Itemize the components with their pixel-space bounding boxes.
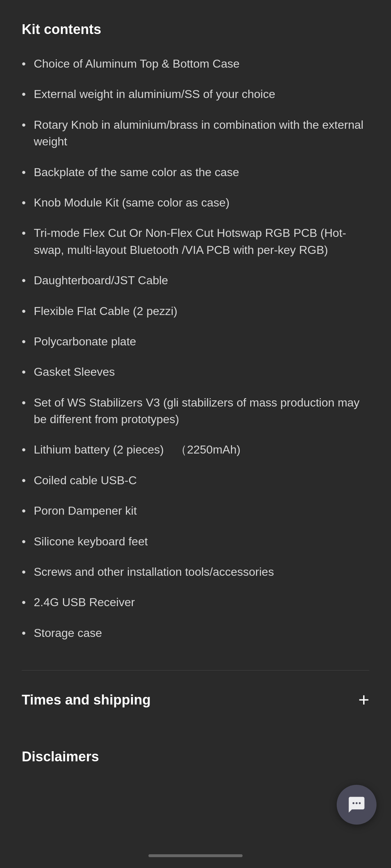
kit-list-item-text: Rotary Knob in aluminium/brass in combin… xyxy=(34,116,369,150)
kit-list-item: Coiled cable USB-C xyxy=(22,472,369,489)
kit-list-item: Flexible Flat Cable (2 pezzi) xyxy=(22,303,369,319)
svg-point-1 xyxy=(356,802,357,804)
disclaimers-section: Disclaimers xyxy=(22,729,369,765)
kit-list-item: Backplate of the same color as the case xyxy=(22,164,369,180)
kit-list-item-text: Storage case xyxy=(34,625,369,641)
kit-contents-list: Choice of Aluminum Top & Bottom CaseExte… xyxy=(22,55,369,641)
kit-list-item-text: Set of WS Stabilizers V3 (gli stabilizer… xyxy=(34,394,369,428)
kit-list-item: Storage case xyxy=(22,625,369,641)
kit-list-item-text: Lithium battery (2 pieces) （2250mAh) xyxy=(34,441,369,458)
kit-list-item-text: Screws and other installation tools/acce… xyxy=(34,563,369,580)
chat-button[interactable] xyxy=(337,785,377,825)
kit-list-item: Polycarbonate plate xyxy=(22,333,369,350)
kit-list-item: 2.4G USB Receiver xyxy=(22,594,369,610)
kit-list-item: Daughterboard/JST Cable xyxy=(22,272,369,289)
kit-list-item-text: Choice of Aluminum Top & Bottom Case xyxy=(34,55,369,72)
kit-list-item: Set of WS Stabilizers V3 (gli stabilizer… xyxy=(22,394,369,428)
times-shipping-title: Times and shipping xyxy=(22,692,151,708)
kit-list-item: Rotary Knob in aluminium/brass in combin… xyxy=(22,116,369,150)
kit-list-item-text: Gasket Sleeves xyxy=(34,363,369,380)
kit-list-item-text: Knob Module Kit (same color as case) xyxy=(34,194,369,211)
times-shipping-header[interactable]: Times and shipping + xyxy=(22,690,369,709)
home-indicator xyxy=(148,854,243,857)
kit-list-item-text: Polycarbonate plate xyxy=(34,333,369,350)
kit-list-item-text: Coiled cable USB-C xyxy=(34,472,369,489)
kit-contents-title: Kit contents xyxy=(22,22,369,37)
svg-point-0 xyxy=(353,802,354,804)
main-container: Kit contents Choice of Aluminum Top & Bo… xyxy=(0,0,391,765)
disclaimers-title: Disclaimers xyxy=(22,749,369,765)
kit-list-item: Poron Dampener kit xyxy=(22,502,369,519)
kit-list-item-text: Daughterboard/JST Cable xyxy=(34,272,369,289)
kit-list-item: Knob Module Kit (same color as case) xyxy=(22,194,369,211)
kit-list-item-text: Poron Dampener kit xyxy=(34,502,369,519)
chat-icon xyxy=(347,795,366,814)
kit-list-item: Lithium battery (2 pieces) （2250mAh) xyxy=(22,441,369,458)
kit-list-item-text: External weight in aluminium/SS of your … xyxy=(34,86,369,102)
kit-list-item: Choice of Aluminum Top & Bottom Case xyxy=(22,55,369,72)
times-shipping-expand-icon[interactable]: + xyxy=(358,690,369,709)
kit-list-item-text: Flexible Flat Cable (2 pezzi) xyxy=(34,303,369,319)
kit-list-item: Screws and other installation tools/acce… xyxy=(22,563,369,580)
kit-list-item-text: Silicone keyboard feet xyxy=(34,533,369,550)
kit-list-item-text: Tri-mode Flex Cut Or Non-Flex Cut Hotswa… xyxy=(34,225,369,258)
kit-list-item: Silicone keyboard feet xyxy=(22,533,369,550)
kit-list-item: External weight in aluminium/SS of your … xyxy=(22,86,369,102)
kit-list-item-text: 2.4G USB Receiver xyxy=(34,594,369,610)
kit-list-item-text: Backplate of the same color as the case xyxy=(34,164,369,180)
times-shipping-accordion[interactable]: Times and shipping + xyxy=(22,670,369,729)
svg-point-2 xyxy=(359,802,361,804)
kit-list-item: Gasket Sleeves xyxy=(22,363,369,380)
kit-list-item: Tri-mode Flex Cut Or Non-Flex Cut Hotswa… xyxy=(22,225,369,258)
